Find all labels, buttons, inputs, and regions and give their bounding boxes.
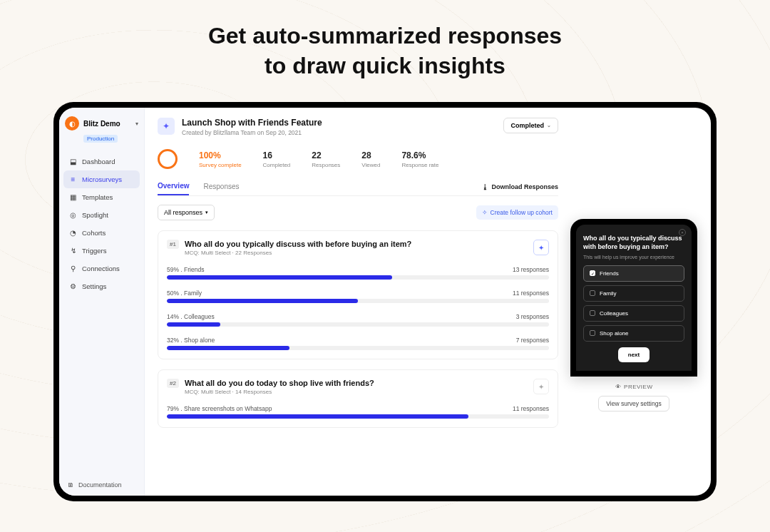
bar-label: 50% . Family [167, 290, 202, 297]
sidebar-item-connections[interactable]: ⚲Connections [63, 260, 140, 277]
bar-label: 32% . Shop alone [167, 337, 215, 344]
preview-panel: × Who all do you typically discuss with … [570, 219, 698, 486]
workspace-switcher[interactable]: ◐ Blitz Demo ▾ [59, 108, 144, 135]
bar-track [167, 299, 549, 303]
bar-count: 3 responses [516, 313, 549, 320]
bar-count: 7 responses [516, 337, 549, 344]
response-bar-row: 59% . Friends13 responses [167, 266, 549, 280]
bar-track [167, 414, 549, 419]
phone-preview: × Who all do you typically discuss with … [570, 219, 697, 376]
env-badge: Production [83, 135, 118, 143]
sparkle-icon: ✧ [482, 209, 488, 216]
chevron-down-icon: ▾ [205, 210, 208, 215]
download-responses-button[interactable]: ⭳ Download Responses [482, 183, 558, 195]
device-frame: ◐ Blitz Demo ▾ Production ⬓Dashboard ≡Mi… [53, 102, 717, 501]
phone-question: Who all do you typically discuss with be… [583, 235, 684, 251]
documentation-link[interactable]: 🗎Documentation [59, 474, 144, 496]
stat-percent: 100% [199, 150, 242, 160]
pin-button[interactable]: ✦ [533, 240, 549, 255]
close-icon[interactable]: × [679, 229, 686, 236]
sidebar-item-microsurveys[interactable]: ≡Microsurveys [63, 170, 140, 188]
bar-track [167, 346, 549, 350]
question-card-1: #1 Who all do you typically discuss with… [158, 230, 558, 359]
pin-icon: ✦ [538, 383, 544, 391]
checkbox-icon [590, 290, 595, 296]
survey-title: Launch Shop with Friends Feature [182, 118, 322, 128]
view-settings-button[interactable]: View survey settings [598, 396, 669, 411]
bar-count: 13 responses [513, 266, 549, 273]
tab-responses[interactable]: Responses [203, 183, 239, 195]
responses-filter-dropdown[interactable]: All responses ▾ [158, 205, 215, 220]
workspace-name: Blitz Demo [83, 120, 120, 128]
bar-track [167, 322, 549, 327]
stat-rate: 78.6% [401, 150, 438, 160]
users-icon: ◔ [69, 229, 77, 237]
hero-title: Get auto-summarized responses to draw qu… [0, 0, 770, 81]
survey-type-icon: ✦ [158, 118, 175, 135]
stat-responses: 22 [312, 150, 340, 160]
doc-icon: 🗎 [68, 481, 74, 488]
phone-option[interactable]: Shop alone [583, 325, 684, 342]
next-button[interactable]: next [618, 347, 650, 362]
question-title: Who all do you typically discuss with be… [185, 240, 528, 248]
preview-label: 👁 PREVIEW [615, 384, 653, 390]
checkbox-icon [590, 330, 595, 336]
question-card-2: #2 What all do you do today to shop live… [158, 369, 558, 428]
sidebar-item-settings[interactable]: ⚙Settings [63, 277, 140, 295]
sidebar-item-triggers[interactable]: ↯Triggers [63, 242, 140, 260]
target-icon: ◎ [69, 211, 77, 219]
pin-button[interactable]: ✦ [533, 379, 549, 394]
bar-count: 11 responses [513, 405, 549, 412]
bar-label: 59% . Friends [167, 266, 204, 273]
survey-meta: Created by Blitzllama Team on Sep 20, 20… [182, 129, 322, 136]
stat-viewed: 28 [361, 150, 380, 160]
bar-track [167, 275, 549, 280]
gear-icon: ⚙ [69, 282, 77, 290]
question-number: #1 [167, 240, 179, 249]
bar-count: 11 responses [513, 290, 549, 297]
chevron-down-icon: ⌄ [547, 123, 551, 128]
sidebar-item-templates[interactable]: ▦Templates [63, 188, 140, 206]
sidebar-item-spotlight[interactable]: ◎Spotlight [63, 206, 140, 224]
response-bar-row: 79% . Share screenshots on Whatsapp11 re… [167, 405, 549, 419]
question-subtitle: MCQ: Multi Select · 22 Responses [185, 250, 528, 256]
bar-label: 79% . Share screenshots on Whatsapp [167, 405, 272, 412]
chevron-down-icon: ▾ [135, 121, 138, 127]
progress-ring-icon [158, 149, 178, 169]
pin-icon: ✦ [538, 244, 544, 252]
bar-label: 14% . Colleagues [167, 313, 215, 320]
sidebar-nav: ⬓Dashboard ≡Microsurveys ▦Templates ◎Spo… [59, 148, 144, 474]
response-bar-row: 32% . Shop alone7 responses [167, 337, 549, 350]
phone-option[interactable]: Colleagues [583, 305, 684, 322]
question-title: What all do you do today to shop live wi… [185, 379, 528, 387]
checkbox-icon: ✓ [590, 270, 595, 276]
create-cohort-button[interactable]: ✧ Create follow up cohort [476, 205, 558, 220]
response-bar-row: 14% . Colleagues3 responses [167, 313, 549, 327]
sidebar-item-cohorts[interactable]: ◔Cohorts [63, 224, 140, 242]
stats-row: 100% Survey complete 16 Completed 22 Res… [158, 149, 558, 169]
download-icon: ⭳ [482, 183, 488, 190]
status-dropdown[interactable]: Completed ⌄ [503, 118, 558, 133]
checkbox-icon [590, 310, 595, 316]
bolt-icon: ↯ [69, 247, 77, 255]
plug-icon: ⚲ [69, 265, 77, 272]
phone-option[interactable]: Family [583, 285, 684, 302]
chart-icon: ⬓ [69, 158, 77, 165]
phone-option[interactable]: ✓Friends [583, 265, 684, 282]
phone-hint: This will help us improve your experienc… [583, 255, 684, 260]
eye-icon: 👁 [615, 384, 622, 390]
list-icon: ≡ [69, 175, 77, 183]
sidebar: ◐ Blitz Demo ▾ Production ⬓Dashboard ≡Mi… [59, 108, 145, 496]
stat-completed: 16 [263, 150, 291, 160]
workspace-logo-icon: ◐ [65, 116, 79, 131]
question-number: #2 [167, 379, 179, 388]
sidebar-item-dashboard[interactable]: ⬓Dashboard [63, 153, 140, 170]
response-bar-row: 50% . Family11 responses [167, 290, 549, 303]
question-subtitle: MCQ: Multi Select · 14 Responses [185, 389, 528, 395]
template-icon: ▦ [69, 193, 77, 201]
tab-overview[interactable]: Overview [158, 182, 189, 195]
main-content: ✦ Launch Shop with Friends Feature Creat… [145, 108, 711, 496]
